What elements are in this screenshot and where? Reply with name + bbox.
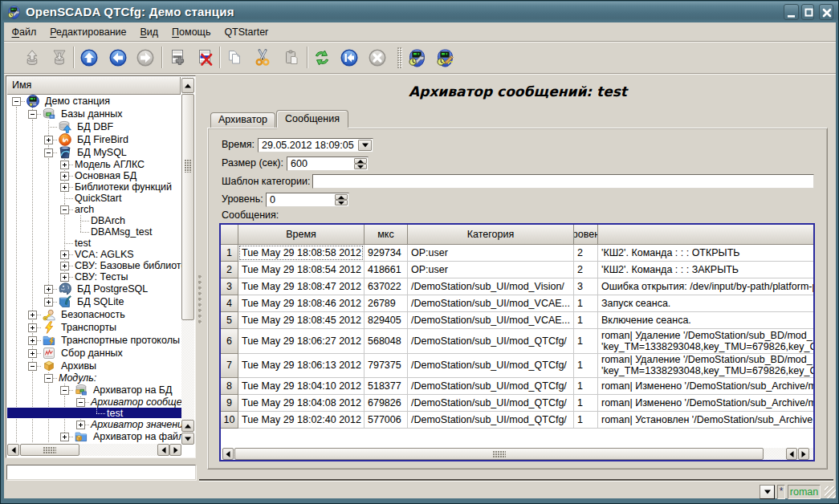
tree-item-vca-aglks[interactable]: VCA: AGLKS bbox=[7, 249, 181, 260]
table-cell-message[interactable]: roman| Удаление '/DemoStation/sub_BD/mod… bbox=[598, 329, 813, 354]
table-cell-num[interactable]: 8 bbox=[221, 378, 238, 395]
table-cell-category[interactable]: /DemoStation/sub_UI/mod_QTCfg/ bbox=[408, 412, 574, 429]
size-spin-down[interactable] bbox=[354, 164, 367, 169]
table-cell-mcs[interactable]: 577006 bbox=[365, 412, 408, 429]
table-cell-num[interactable]: 7 bbox=[221, 354, 238, 379]
messages-table[interactable]: ВремямксКатегорияУровень 1Tue May 29 18:… bbox=[219, 223, 815, 461]
tree-item-бд-dbf[interactable]: БД DBF bbox=[7, 120, 181, 133]
titlebar[interactable]: OpenSCADA QTCfg: Демо станция bbox=[2, 2, 838, 22]
table-cell-category[interactable]: /DemoStation/sub_UI/mod_QTCfg/ bbox=[408, 329, 574, 354]
close-button[interactable] bbox=[819, 4, 833, 20]
table-cell-message[interactable]: roman| Удаление '/DemoStation/sub_BD/mod… bbox=[598, 354, 813, 379]
menu-qtstarter[interactable]: QTStarter bbox=[218, 25, 275, 39]
table-cell-num[interactable]: 2 bbox=[221, 262, 238, 278]
tree-expand-toggle[interactable] bbox=[60, 161, 69, 169]
tree-collapse-toggle[interactable] bbox=[60, 205, 69, 214]
tree-collapse-toggle[interactable] bbox=[12, 97, 21, 106]
tree-expand-toggle[interactable] bbox=[60, 172, 69, 181]
tree-hsb-left-button[interactable] bbox=[7, 444, 19, 456]
table-cell-num[interactable]: 3 bbox=[221, 278, 238, 295]
table-cell-message[interactable]: roman| Установлен '/DemoStation/sub_Arch… bbox=[598, 412, 813, 429]
table-row-1[interactable]: 1Tue May 29 18:08:58 2012929734OP:user2'… bbox=[221, 245, 813, 262]
table-cell-mcs[interactable]: 929734 bbox=[365, 245, 408, 262]
table-hsb-left-button2[interactable] bbox=[786, 448, 797, 460]
tree-horizontal-scrollbar[interactable] bbox=[7, 444, 181, 456]
table-header-category[interactable]: Категория bbox=[408, 225, 574, 245]
table-cell-level[interactable]: 1 bbox=[574, 354, 598, 379]
table-cell-level[interactable]: 2 bbox=[574, 262, 598, 278]
tree-header[interactable]: Имя bbox=[7, 77, 181, 95]
tree-item-arch[interactable]: arch bbox=[7, 204, 181, 215]
tree-vsb-up-button2[interactable] bbox=[181, 420, 194, 432]
minimize-button[interactable] bbox=[784, 4, 799, 20]
tree-expand-toggle[interactable] bbox=[60, 183, 69, 192]
tree-item-модуль-[interactable]: Модуль: bbox=[7, 372, 181, 384]
tree-item-бд-sqlite[interactable]: БД SQLite bbox=[7, 295, 181, 308]
tree-expand-toggle[interactable] bbox=[44, 136, 53, 144]
table-hsb-right-button[interactable] bbox=[798, 448, 809, 460]
tree-item-сву-тесты[interactable]: СВУ: Тесты bbox=[7, 271, 181, 282]
tree-vertical-scrollbar[interactable] bbox=[181, 77, 194, 443]
tree-vsb-thumb[interactable] bbox=[181, 94, 194, 320]
table-row-9[interactable]: 9Tue May 29 18:04:08 2012679826/DemoStat… bbox=[221, 395, 813, 412]
vision-button[interactable] bbox=[434, 47, 456, 69]
table-row-4[interactable]: 4Tue May 29 18:08:46 201226789/DemoStati… bbox=[221, 295, 813, 312]
table-cell-level[interactable]: 1 bbox=[574, 295, 598, 312]
time-dropdown-button[interactable] bbox=[358, 140, 372, 151]
table-row-5[interactable]: 5Tue May 29 18:08:45 2012829405/DemoStat… bbox=[221, 312, 813, 329]
start-button[interactable] bbox=[338, 47, 360, 69]
table-cell-num[interactable]: 6 bbox=[221, 329, 238, 354]
table-row-2[interactable]: 2Tue May 29 18:08:54 2012418661OP:user2'… bbox=[221, 262, 813, 278]
level-spinbox[interactable]: 0 bbox=[266, 193, 349, 207]
table-cell-time[interactable]: Tue May 29 18:04:10 2012 bbox=[238, 378, 365, 395]
table-cell-num[interactable]: 5 bbox=[221, 312, 238, 329]
table-cell-level[interactable]: 1 bbox=[574, 378, 598, 395]
table-cell-time[interactable]: Tue May 29 18:08:45 2012 bbox=[238, 312, 365, 329]
table-cell-message[interactable]: Запуск сеанса. bbox=[598, 295, 813, 312]
tree-item-архиватор-значений[interactable]: Архиватор значений bbox=[7, 419, 181, 430]
splitter-handle[interactable] bbox=[198, 275, 202, 323]
tree-item-сбор-данных[interactable]: Сбор данных bbox=[7, 347, 181, 360]
table-cell-category[interactable]: /DemoStation/sub_UI/mod_QTCfg/ bbox=[408, 395, 574, 412]
table-row-7[interactable]: 7Tue May 29 18:06:13 2012797375/DemoStat… bbox=[221, 354, 813, 379]
back-button[interactable] bbox=[107, 47, 129, 69]
tree-item-демо-станция[interactable]: Демо станция bbox=[7, 95, 181, 108]
tab-messages[interactable]: Сообщения bbox=[276, 110, 348, 128]
table-cell-message[interactable]: Ошибка открытия: /dev/input/by-path/plat… bbox=[598, 278, 813, 295]
table-cell-mcs[interactable]: 568048 bbox=[365, 329, 408, 354]
tree-expand-toggle[interactable] bbox=[60, 433, 69, 441]
qtcfg-button[interactable] bbox=[405, 47, 428, 69]
tree-item-модель-аглкс[interactable]: Модель АГЛКС bbox=[7, 159, 181, 170]
tree-collapse-toggle[interactable] bbox=[60, 386, 69, 395]
table-cell-time[interactable]: Tue May 29 18:06:27 2012 bbox=[238, 329, 365, 354]
table-cell-mcs[interactable]: 679826 bbox=[365, 395, 408, 412]
size-spinbox[interactable]: 600 bbox=[287, 156, 369, 171]
tree-item-архивы[interactable]: Архивы bbox=[7, 360, 181, 372]
toolbar-handle[interactable] bbox=[397, 47, 402, 68]
table-cell-time[interactable]: Tue May 29 18:02:40 2012 bbox=[238, 412, 365, 429]
table-cell-num[interactable]: 10 bbox=[221, 412, 238, 429]
tree-expand-toggle[interactable] bbox=[44, 285, 53, 294]
template-input[interactable] bbox=[312, 174, 814, 189]
tree-vsb-up-button[interactable] bbox=[181, 78, 194, 93]
table-header-time[interactable]: Время bbox=[238, 225, 365, 245]
item-add-button[interactable] bbox=[166, 47, 189, 69]
table-cell-category[interactable]: /DemoStation/sub_UI/mod_Vision/ bbox=[408, 278, 574, 295]
table-cell-message[interactable]: Включение сеанса. bbox=[598, 312, 813, 329]
table-header-mcs[interactable]: мкс bbox=[365, 225, 408, 245]
table-cell-mcs[interactable]: 26789 bbox=[365, 295, 408, 312]
tree-item-основная-бд[interactable]: Основная БД bbox=[7, 170, 181, 181]
table-cell-category[interactable]: /DemoStation/sub_UI/mod_VCAE... bbox=[408, 295, 574, 312]
tree-hsb-thumb[interactable] bbox=[20, 444, 79, 456]
tree-expand-toggle[interactable] bbox=[28, 323, 37, 332]
table-cell-category[interactable]: /DemoStation/sub_UI/mod_QTCfg/ bbox=[408, 378, 574, 395]
tree-item-бд-postgresql[interactable]: БД PostgreSQL bbox=[7, 282, 181, 295]
table-cell-num[interactable]: 1 bbox=[221, 245, 238, 262]
tree-expand-toggle[interactable] bbox=[76, 421, 85, 429]
table-cell-message[interactable]: roman| Изменено '/DemoStation/sub_Archiv… bbox=[598, 395, 813, 412]
tree-expand-toggle[interactable] bbox=[60, 273, 69, 282]
table-cell-category[interactable]: /DemoStation/sub_UI/mod_VCAE... bbox=[408, 312, 574, 329]
table-cell-level[interactable]: 2 bbox=[574, 245, 598, 262]
table-cell-level[interactable]: 1 bbox=[574, 329, 598, 354]
table-row-10[interactable]: 10Tue May 29 18:02:40 2012577006/DemoSta… bbox=[221, 412, 813, 429]
